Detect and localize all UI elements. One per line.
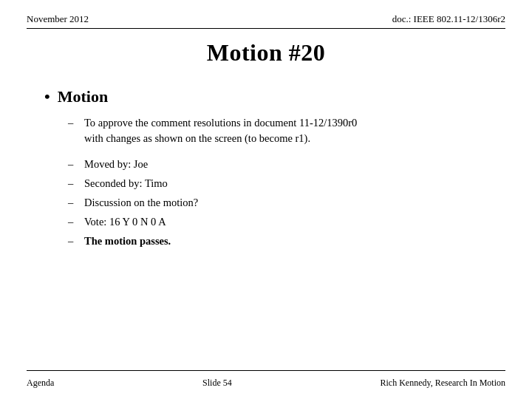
main-bullet: • Motion — [44, 87, 505, 106]
header-row: November 2012 doc.: IEEE 802.11-12/1306r… — [27, 13, 505, 25]
sub-bullet-top: – To approve the comment resolutions in … — [68, 115, 505, 146]
slide-title: Motion #20 — [27, 39, 505, 66]
sub-bullet-top-line2: with changes as shown on the screen (to … — [84, 132, 310, 144]
slide-container: November 2012 doc.: IEEE 802.11-12/1306r… — [0, 0, 532, 399]
sub-bullets-lower: – Moved by: Joe – Seconded by: Timo – Di… — [68, 157, 505, 249]
sub-bullet-top-text: To approve the comment resolutions in do… — [84, 115, 357, 146]
dash-4: – — [68, 233, 78, 249]
bullet-section: • Motion – To approve the comment resolu… — [44, 87, 505, 250]
sub-text-4: The motion passes. — [84, 233, 171, 249]
main-bullet-text: Motion — [58, 87, 108, 106]
list-item: – Seconded by: Timo — [68, 176, 505, 191]
dash-3: – — [68, 214, 78, 230]
dash-top: – — [68, 115, 78, 131]
footer-right: Rich Kennedy, Research In Motion — [380, 378, 505, 389]
dash-1: – — [68, 176, 78, 191]
header-doc: doc.: IEEE 802.11-12/1306r2 — [392, 13, 505, 25]
list-item: – Vote: 16 Y 0 N 0 A — [68, 214, 505, 230]
list-item: – The motion passes. — [68, 233, 505, 249]
sub-text-3: Vote: 16 Y 0 N 0 A — [84, 214, 166, 230]
footer-row: Agenda Slide 54 Rich Kennedy, Research I… — [27, 378, 505, 389]
list-item: – Discussion on the motion? — [68, 195, 505, 211]
list-item: – Moved by: Joe — [68, 157, 505, 172]
dash-2: – — [68, 195, 78, 211]
sub-text-2: Discussion on the motion? — [84, 195, 198, 211]
dash-0: – — [68, 157, 78, 172]
footer-divider — [27, 370, 505, 371]
header-date: November 2012 — [27, 13, 89, 25]
sub-bullets-top: – To approve the comment resolutions in … — [68, 115, 505, 146]
top-divider — [27, 28, 505, 29]
footer-left: Agenda — [27, 378, 54, 389]
sub-text-0: Moved by: Joe — [84, 157, 148, 172]
sub-text-1: Seconded by: Timo — [84, 176, 168, 191]
sub-bullet-top-line1: To approve the comment resolutions in do… — [84, 117, 357, 129]
footer-center: Slide 54 — [202, 378, 232, 389]
bullet-dot: • — [44, 87, 50, 106]
